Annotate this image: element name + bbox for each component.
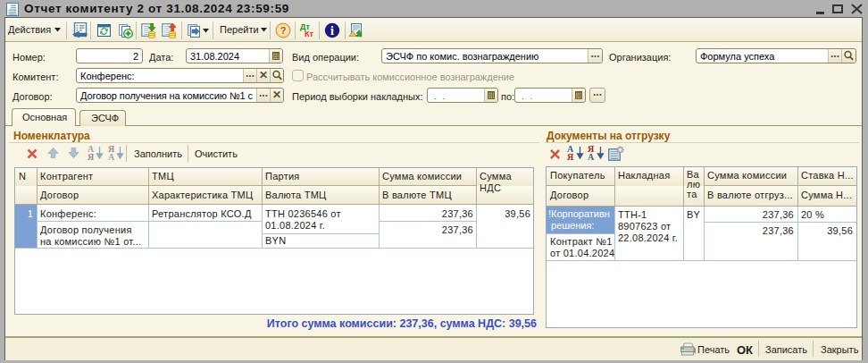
svg-text:?: ? [280, 25, 287, 36]
svg-text:i: i [330, 24, 334, 38]
